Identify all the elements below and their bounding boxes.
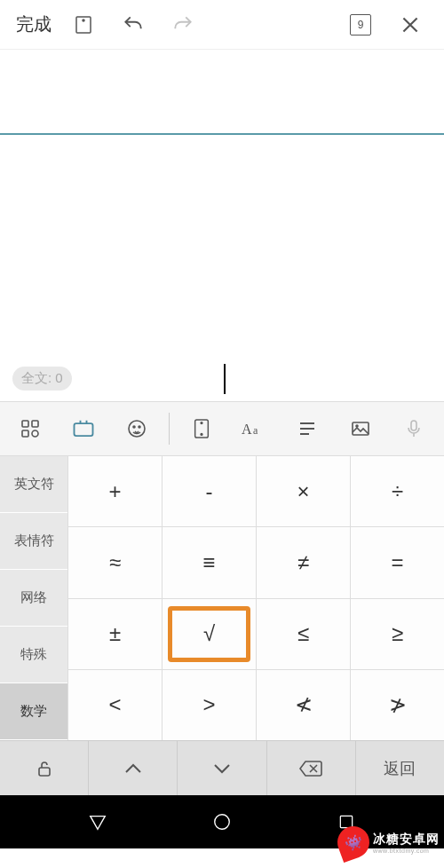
category-tabs: 英文符 表情符 网络 特殊 数学 [0,456,67,740]
svg-point-11 [201,422,202,424]
emoji-icon[interactable] [110,402,163,455]
format-toolbar: Aa [0,401,444,456]
fullscreen-icon[interactable] [175,402,228,455]
save-icon[interactable] [71,12,96,37]
android-nav-bar [0,795,444,848]
svg-rect-17 [411,421,416,430]
symbol-key[interactable]: ± [68,599,162,669]
svg-rect-20 [340,816,352,827]
symbol-key[interactable]: + [68,456,162,526]
apps-icon[interactable] [4,402,57,455]
symbol-grid: + - × ÷ ≈ ≡ ≠ = ± √ ≤ ≥ < > ≮ ≯ [67,456,444,740]
svg-point-19 [215,815,230,830]
svg-text:a: a [253,424,258,437]
svg-rect-2 [22,421,28,427]
svg-point-12 [201,434,202,436]
category-tab-math[interactable]: 数学 [0,683,67,740]
up-arrow-key[interactable] [89,741,178,795]
undo-icon[interactable] [121,12,146,37]
svg-point-16 [356,425,358,427]
nav-home-icon[interactable] [210,809,234,834]
symbol-key[interactable]: ≠ [257,527,350,597]
symbol-key[interactable]: ≯ [351,670,444,740]
svg-text:A: A [242,422,252,437]
lock-key[interactable] [0,741,89,795]
word-count-badge: 全文: 0 [12,367,72,391]
symbol-key[interactable]: ≤ [257,599,350,669]
symbol-key[interactable]: ÷ [351,456,444,526]
svg-rect-4 [22,430,28,437]
symbol-key[interactable]: - [163,456,256,526]
title-input-area[interactable] [0,50,444,135]
symbol-key[interactable]: × [257,456,350,526]
symbol-key-sqrt-highlighted[interactable]: √ [163,599,256,669]
symbol-key[interactable]: > [163,670,256,740]
svg-rect-15 [353,422,369,435]
return-key[interactable]: 返回 [356,741,444,795]
top-toolbar: 完成 9 [0,0,444,50]
symbol-key[interactable]: ≥ [351,599,444,669]
svg-point-8 [133,426,135,428]
svg-rect-18 [39,768,50,776]
symbol-keyboard: 英文符 表情符 网络 特殊 数学 + - × ÷ ≈ ≡ ≠ = ± √ ≤ ≥… [0,456,444,740]
category-tab-english[interactable]: 英文符 [0,456,67,513]
svg-point-1 [83,20,84,21]
close-icon[interactable] [398,12,423,37]
symbol-key[interactable]: ≡ [163,527,256,597]
done-button[interactable]: 完成 [9,12,59,36]
backspace-key[interactable] [267,741,356,795]
text-cursor [224,364,226,394]
body-editor-area[interactable]: 全文: 0 [0,135,444,401]
category-tab-network[interactable]: 网络 [0,570,67,627]
symbol-key[interactable]: = [351,527,444,597]
keyboard-icon[interactable] [57,402,110,455]
mic-icon[interactable] [387,402,440,455]
symbol-key[interactable]: ≈ [68,527,162,597]
align-icon[interactable] [281,402,334,455]
category-tab-emoji[interactable]: 表情符 [0,513,67,570]
svg-rect-3 [32,421,38,427]
page-number-box[interactable]: 9 [348,12,373,37]
nav-recent-icon[interactable] [334,809,359,834]
svg-point-5 [32,430,38,437]
redo-icon [170,12,195,37]
down-arrow-key[interactable] [178,741,266,795]
category-tab-special[interactable]: 特殊 [0,627,67,683]
font-icon[interactable]: Aa [228,402,281,455]
symbol-key[interactable]: < [68,670,162,740]
keyboard-function-row: 返回 [0,740,444,795]
image-icon[interactable] [334,402,387,455]
svg-rect-6 [74,423,92,436]
svg-point-9 [139,426,140,428]
symbol-key[interactable]: ≮ [257,670,350,740]
nav-back-icon[interactable] [85,809,110,834]
